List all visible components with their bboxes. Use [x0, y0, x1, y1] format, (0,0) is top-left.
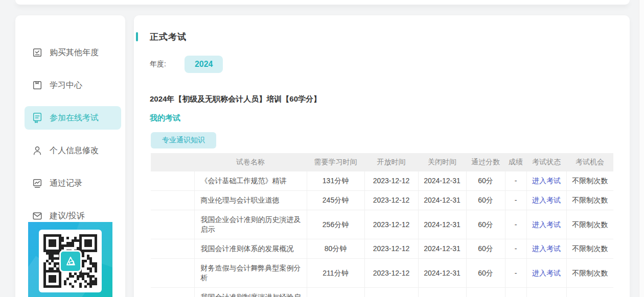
- study-time: 211分钟: [307, 259, 364, 288]
- pass-score: 60分: [466, 210, 505, 239]
- sidebar-card: 购买其他年度学习中心参加在线考试个人信息修改通过记录建议/投诉: [15, 15, 125, 297]
- row-spacer-cell: [151, 259, 194, 288]
- open-time: 2023-12-12: [364, 191, 418, 210]
- section-header: 正式考试: [136, 32, 630, 42]
- close-time: 2024-12-31: [418, 171, 466, 191]
- sidebar-item-label: 个人信息修改: [50, 145, 99, 156]
- enter-exam-link[interactable]: 进入考试: [532, 196, 561, 204]
- scrollbar[interactable]: [639, 0, 644, 297]
- bookmark-box-icon: [32, 79, 43, 91]
- exam-chances: 不限制次数: [566, 210, 613, 239]
- exam-name: 商业伦理与会计职业道德: [194, 191, 307, 210]
- table-row: 我国会计准则体系的发展概况 80分钟 2023-12-12 2024-12-31…: [151, 239, 613, 259]
- my-exams-heading: 我的考试: [150, 113, 630, 122]
- pass-score: [466, 288, 505, 297]
- exam-name: 我国会计准则体系的发展概况: [194, 239, 307, 259]
- table-row: 财务造假与会计舞弊典型案例分析 211分钟 2023-12-12 2024-12…: [151, 259, 613, 288]
- exam-book-icon: [32, 112, 43, 124]
- trend-chart-icon: [32, 177, 43, 189]
- study-time: 131分钟: [307, 171, 364, 191]
- score: -: [505, 239, 526, 259]
- pass-score: 60分: [466, 239, 505, 259]
- qr-panel: [28, 222, 112, 297]
- exam-status-cell: 进入考试: [526, 210, 566, 239]
- exam-chances: [566, 288, 613, 297]
- exam-name: 我国企业会计准则的历史演进及启示: [194, 210, 307, 239]
- column-header: 考试状态: [526, 153, 566, 171]
- table-row: 我国会计准则制度演进与经验启示: [151, 288, 613, 297]
- sidebar-item-label: 通过记录: [50, 178, 82, 189]
- row-spacer-cell: [151, 191, 194, 210]
- table-row: 《会计基础工作规范》精讲 131分钟 2023-12-12 2024-12-31…: [151, 171, 613, 191]
- exam-status-cell: 进入考试: [526, 239, 566, 259]
- enter-exam-link[interactable]: 进入考试: [532, 269, 561, 277]
- qr-code: [39, 230, 102, 292]
- enter-exam-link[interactable]: 进入考试: [532, 177, 561, 185]
- person-icon: [32, 144, 43, 157]
- score: [505, 288, 526, 297]
- mail-icon: [32, 210, 43, 222]
- enter-exam-link[interactable]: 进入考试: [532, 220, 561, 229]
- year-label: 年度:: [150, 60, 166, 69]
- row-spacer-cell: [151, 288, 194, 297]
- exam-status-cell: 进入考试: [526, 171, 566, 191]
- exam-name: 我国会计准则制度演进与经验启示: [194, 288, 307, 297]
- open-time: 2023-12-12: [364, 171, 418, 191]
- pass-score: 60分: [466, 191, 505, 210]
- column-header: 通过分数: [466, 153, 505, 171]
- checkbox-check-icon: [32, 46, 43, 59]
- top-header-strip: [15, 0, 630, 5]
- exam-status-cell: 进入考试: [526, 191, 566, 210]
- column-header: 成绩: [505, 153, 526, 171]
- column-header: 试卷名称: [194, 153, 307, 171]
- pass-score: 60分: [466, 171, 505, 191]
- sidebar-item-label: 购买其他年度: [50, 47, 99, 58]
- study-time: 256分钟: [307, 210, 364, 239]
- close-time: 2024-12-31: [418, 191, 466, 210]
- exam-name: 《会计基础工作规范》精讲: [194, 171, 307, 191]
- sidebar-menu: 购买其他年度学习中心参加在线考试个人信息修改通过记录建议/投诉: [15, 41, 125, 228]
- row-spacer-cell: [151, 239, 194, 259]
- study-time: 80分钟: [307, 239, 364, 259]
- accent-bar: [136, 32, 138, 41]
- study-time: [307, 288, 364, 297]
- sidebar-item-profile-edit[interactable]: 个人信息修改: [25, 139, 121, 162]
- open-time: [364, 288, 418, 297]
- page-title: 正式考试: [150, 31, 187, 43]
- table-row: 商业伦理与会计职业道德 245分钟 2023-12-12 2024-12-31 …: [151, 191, 613, 210]
- row-spacer-cell: [151, 210, 194, 239]
- exam-chances: 不限制次数: [566, 191, 613, 210]
- accounting-school-logo-icon: [59, 250, 82, 273]
- open-time: 2023-12-12: [364, 259, 418, 288]
- close-time: 2024-12-31: [418, 239, 466, 259]
- tab-professional-knowledge[interactable]: 专业通识知识: [151, 132, 216, 148]
- exam-name: 财务造假与会计舞弊典型案例分析: [194, 259, 307, 288]
- column-header: 需要学习时间: [307, 153, 364, 171]
- row-spacer-cell: [151, 171, 194, 191]
- enter-exam-link[interactable]: 进入考试: [532, 244, 561, 253]
- sidebar-item-pass-records[interactable]: 通过记录: [25, 171, 121, 195]
- close-time: 2024-12-31: [418, 259, 466, 288]
- sidebar-item-purchase-other-years[interactable]: 购买其他年度: [25, 41, 121, 64]
- close-time: [418, 288, 466, 297]
- pass-score: 60分: [466, 259, 505, 288]
- exam-chances: 不限制次数: [566, 259, 613, 288]
- open-time: 2023-12-12: [364, 239, 418, 259]
- sidebar-item-online-exam[interactable]: 参加在线考试: [25, 106, 121, 130]
- main-card: 正式考试 年度: 2024 2024年【初级及无职称会计人员】培训【60学分】 …: [134, 15, 630, 297]
- column-header: 关闭时间: [418, 153, 466, 171]
- table-row: 我国企业会计准则的历史演进及启示 256分钟 2023-12-12 2024-1…: [151, 210, 613, 239]
- column-header: 考试机会: [566, 153, 613, 171]
- sidebar-item-study-center[interactable]: 学习中心: [25, 73, 121, 97]
- score: -: [505, 210, 526, 239]
- score: -: [505, 259, 526, 288]
- year-2024-button[interactable]: 2024: [185, 56, 223, 73]
- column-header: [151, 153, 194, 171]
- exam-status-cell: [526, 288, 566, 297]
- sidebar-item-label: 建议/投诉: [50, 211, 84, 221]
- column-header: 开放时间: [364, 153, 418, 171]
- year-filter-row: 年度: 2024: [150, 55, 630, 73]
- open-time: 2023-12-12: [364, 210, 418, 239]
- table-header-row: 试卷名称需要学习时间开放时间关闭时间通过分数成绩考试状态考试机会: [151, 153, 613, 171]
- exam-chances: 不限制次数: [566, 239, 613, 259]
